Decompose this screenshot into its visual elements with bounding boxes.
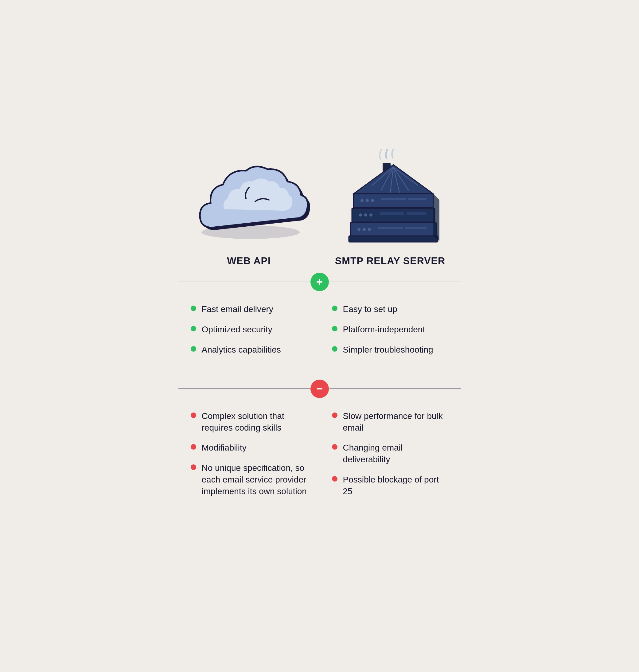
svg-rect-21 [407, 212, 426, 215]
smtp-pros-col: Easy to set up Platform-independent Simp… [326, 303, 455, 364]
plus-divider-line-right [329, 281, 461, 282]
cons-content-row: Complex solution that requires coding sk… [178, 404, 461, 515]
comparison-card: WEB API SMTP RELAY SERVER + Fast email d… [160, 138, 479, 533]
web-api-con-1: Complex solution that requires coding sk… [191, 410, 307, 434]
red-bullet [191, 464, 196, 470]
minus-divider-row: − [178, 380, 461, 398]
smtp-pro-2: Platform-independent [332, 324, 449, 335]
green-bullet [191, 306, 196, 311]
server-icon [341, 149, 446, 244]
smtp-cons-col: Slow performance for bulk email Changing… [326, 410, 455, 506]
plus-divider-row: + [178, 273, 461, 291]
green-bullet [191, 346, 196, 352]
red-bullet [332, 476, 338, 482]
web-api-pro-1-text: Fast email delivery [202, 303, 307, 315]
svg-point-17 [359, 213, 362, 216]
green-bullet [332, 306, 338, 311]
web-api-pros-col: Fast email delivery Optimized security A… [185, 303, 313, 364]
smtp-pro-1: Easy to set up [332, 303, 449, 315]
svg-rect-14 [381, 198, 406, 200]
smtp-pro-2-text: Platform-independent [343, 324, 449, 335]
svg-rect-26 [378, 227, 403, 229]
smtp-con-3-text: Possible blockage of port 25 [343, 474, 449, 497]
plus-divider-line-left [178, 281, 310, 282]
web-api-header: WEB API [185, 255, 313, 266]
web-api-pro-2: Optimized security [191, 324, 307, 335]
svg-point-23 [357, 228, 360, 231]
icons-row [178, 151, 461, 243]
red-bullet [191, 444, 196, 449]
svg-point-19 [369, 213, 373, 216]
cloud-icon [194, 157, 310, 243]
green-bullet [191, 326, 196, 331]
svg-point-11 [360, 199, 363, 202]
svg-rect-10 [354, 194, 433, 208]
web-api-con-2: Modifiability [191, 442, 307, 454]
red-bullet [332, 412, 338, 418]
web-api-con-2-text: Modifiability [202, 442, 307, 454]
svg-rect-15 [408, 198, 426, 200]
headers-row: WEB API SMTP RELAY SERVER [178, 255, 461, 266]
red-bullet [191, 412, 196, 418]
svg-rect-28 [349, 236, 438, 242]
smtp-pro-3-text: Simpler troubleshooting [343, 344, 449, 356]
green-bullet [332, 346, 338, 352]
web-api-cons-col: Complex solution that requires coding sk… [185, 410, 313, 506]
red-bullet [332, 444, 338, 449]
svg-point-18 [364, 213, 367, 216]
web-api-con-1-text: Complex solution that requires coding sk… [202, 410, 307, 434]
web-api-pro-1: Fast email delivery [191, 303, 307, 315]
svg-point-25 [368, 228, 371, 231]
minus-divider-line-right [329, 388, 461, 389]
smtp-con-1-text: Slow performance for bulk email [343, 410, 449, 434]
smtp-con-2: Changing email deliverability [332, 442, 449, 465]
svg-rect-20 [379, 212, 404, 215]
web-api-con-3: No unique specification, so each email s… [191, 462, 307, 497]
minus-divider-line-left [178, 388, 310, 389]
server-icon-container [341, 151, 446, 243]
svg-marker-29 [433, 194, 439, 241]
web-api-pro-2-text: Optimized security [202, 324, 307, 335]
cloud-icon-container [194, 157, 310, 243]
smtp-pro-1-text: Easy to set up [343, 303, 449, 315]
svg-point-13 [371, 199, 374, 202]
web-api-pro-3-text: Analytics capabilities [202, 344, 307, 356]
svg-point-12 [366, 199, 369, 202]
web-api-con-3-text: No unique specification, so each email s… [202, 462, 307, 497]
svg-rect-27 [405, 227, 426, 229]
smtp-con-1: Slow performance for bulk email [332, 410, 449, 434]
svg-point-24 [363, 228, 366, 231]
smtp-con-3: Possible blockage of port 25 [332, 474, 449, 497]
plus-circle: + [310, 273, 329, 291]
web-api-pro-3: Analytics capabilities [191, 344, 307, 356]
smtp-pro-3: Simpler troubleshooting [332, 344, 449, 356]
smtp-header: SMTP RELAY SERVER [326, 255, 455, 266]
pros-content-row: Fast email delivery Optimized security A… [178, 297, 461, 373]
minus-circle: − [310, 380, 329, 398]
green-bullet [332, 326, 338, 331]
smtp-con-2-text: Changing email deliverability [343, 442, 449, 465]
